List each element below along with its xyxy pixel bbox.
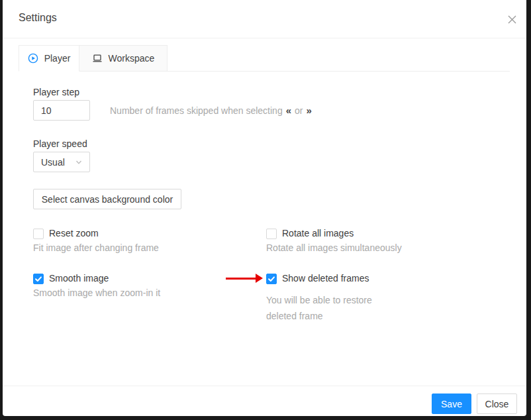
show-deleted-frames-label[interactable]: Show deleted frames: [282, 273, 369, 284]
player-speed-select[interactable]: Usual: [33, 152, 90, 172]
player-step-help-or: or: [295, 105, 303, 116]
laptop-icon: [92, 53, 103, 64]
modal-title: Settings: [19, 12, 57, 24]
tab-workspace-label: Workspace: [109, 53, 155, 64]
tab-player-label: Player: [44, 53, 71, 64]
tab-workspace[interactable]: Workspace: [79, 45, 168, 72]
close-icon[interactable]: [507, 14, 517, 25]
reset-zoom-label[interactable]: Reset zoom: [49, 228, 99, 238]
jump-forward-icon: »: [306, 105, 311, 116]
player-step-label: Player step: [33, 87, 79, 97]
play-circle-icon: [28, 53, 38, 64]
rotate-all-images-checkbox[interactable]: [266, 229, 277, 239]
modal-header: Settings: [3, 0, 526, 38]
player-step-input[interactable]: [33, 100, 90, 121]
screen-backdrop: Settings Player: [0, 0, 531, 420]
smooth-image-label[interactable]: Smooth image: [49, 273, 109, 284]
reset-zoom-checkbox[interactable]: [33, 229, 44, 239]
annotation-arrow-icon: [226, 274, 263, 284]
player-speed-value: Usual: [41, 157, 65, 168]
check-icon: [34, 275, 42, 283]
smooth-image-checkbox[interactable]: [33, 274, 44, 284]
tab-bar: Player Workspace: [19, 45, 510, 72]
show-deleted-frames-help: You will be able to restore deleted fram…: [266, 292, 389, 324]
rotate-all-images-label[interactable]: Rotate all images: [282, 228, 354, 238]
save-button[interactable]: Save: [432, 394, 471, 414]
reset-zoom-help: Fit image after changing frame: [33, 242, 159, 253]
settings-modal: Settings Player: [3, 0, 526, 416]
chevron-down-icon: [75, 159, 82, 166]
player-speed-label: Player speed: [33, 138, 87, 149]
rotate-all-images-help: Rotate all images simultaneously: [266, 242, 402, 253]
select-canvas-background-button[interactable]: Select canvas background color: [33, 189, 181, 209]
player-step-help-text: Number of frames skipped when selecting: [110, 105, 283, 116]
close-button[interactable]: Close: [477, 394, 517, 414]
smooth-image-help: Smooth image when zoom-in it: [33, 288, 160, 298]
check-icon: [267, 275, 275, 283]
tab-player[interactable]: Player: [19, 45, 79, 72]
player-step-help: Number of frames skipped when selecting …: [110, 100, 312, 121]
modal-footer: Save Close: [3, 386, 526, 416]
jump-backward-icon: «: [286, 105, 291, 116]
show-deleted-frames-checkbox[interactable]: [266, 274, 277, 284]
